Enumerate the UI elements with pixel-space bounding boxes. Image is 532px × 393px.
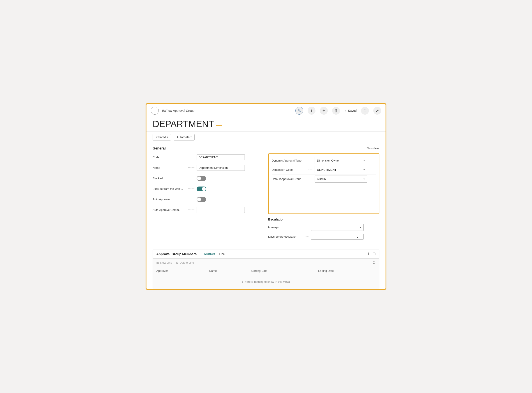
name-row: Name (153, 164, 264, 172)
manager-select[interactable]: ▾ (311, 224, 364, 231)
manager-row: Manager ▾ (268, 223, 379, 232)
days-input[interactable] (311, 234, 364, 240)
dotted-separator (308, 179, 313, 179)
new-line-icon: ⊞ (156, 261, 159, 264)
name-input[interactable] (197, 165, 245, 171)
nav-bar: Related ▾ Automate ▾ (146, 132, 386, 143)
dotted-separator (305, 227, 309, 227)
tab-manage[interactable]: Manage (203, 252, 216, 256)
blocked-label: Blocked (153, 177, 187, 180)
dotted-separator (305, 236, 309, 236)
default-approval-label: Default Approval Group (272, 177, 307, 181)
auto-approve-comm-label: Auto Approve Comm... (153, 208, 187, 211)
code-input[interactable] (197, 154, 245, 160)
share-button[interactable]: ⬆ (308, 107, 316, 115)
name-label: Name (153, 166, 187, 169)
dynamic-approval-label: Dynamic Approval Type (272, 159, 307, 162)
auto-approve-row: Auto Approve (153, 196, 264, 203)
dimension-code-row: Dimension Code DEPARTMENT ▾ (272, 165, 376, 174)
add-button[interactable]: + (320, 107, 328, 115)
delete-line-button[interactable]: ⊠ Delete Line (176, 261, 194, 264)
approval-group-members-section: Approval Group Members Manage Line ⬆ ⬡ ⊞… (153, 249, 379, 289)
manager-label: Manager (268, 226, 303, 229)
title-dash: — (216, 122, 222, 128)
col-starting-date: Starting Date (247, 267, 315, 275)
toggle-knob (197, 177, 201, 180)
related-button[interactable]: Related ▾ (153, 134, 171, 141)
dotted-separator (188, 210, 195, 210)
page-header: DEPARTMENT— (146, 117, 386, 129)
escalation-title: Escalation (268, 217, 379, 221)
chevron-down-icon: ▾ (364, 168, 365, 171)
fullscreen-button[interactable]: ⤢ (373, 107, 381, 115)
escalation-grid: Escalation Manager ▾ Days before escalat… (153, 217, 379, 241)
checkmark-icon: ✓ (344, 109, 347, 113)
open-in-new-button[interactable]: ⬡ (361, 107, 369, 115)
page-title: DEPARTMENT— (153, 119, 379, 129)
dotted-separator (188, 157, 195, 157)
sub-table-header: Approval Group Members Manage Line ⬆ ⬡ (153, 250, 379, 259)
empty-message: (There is nothing to show in this view) (153, 275, 379, 289)
auto-approve-comm-row: Auto Approve Comm... (153, 206, 264, 214)
saved-indicator: ✓ Saved (344, 109, 357, 113)
days-escalation-row: Days before escalation (268, 232, 379, 241)
general-title: General (153, 146, 166, 150)
toggle-knob (197, 197, 201, 201)
dotted-separator (308, 169, 313, 169)
auto-approve-toggle[interactable] (197, 197, 206, 202)
left-spacer (153, 217, 264, 241)
back-button[interactable]: ← (151, 107, 159, 115)
right-column: Dynamic Approval Type Dimension Owner ▾ … (268, 153, 379, 214)
edit-button[interactable]: ✎ (295, 107, 303, 115)
blocked-row: Blocked (153, 174, 264, 182)
share-icon: ⬆ (310, 109, 313, 113)
dotted-separator (188, 178, 195, 178)
escalation-section: Escalation Manager ▾ Days before escalat… (268, 217, 379, 241)
show-less-button[interactable]: Show less (366, 147, 379, 150)
filter-button[interactable]: ⚙ (372, 260, 376, 265)
tab-line[interactable]: Line (218, 252, 226, 256)
divider (200, 252, 200, 256)
chevron-down-icon: ▾ (360, 226, 361, 229)
chevron-down-icon: ▾ (191, 136, 192, 138)
toolbar: ✎ ⬆ + 🗑 ✓ Saved ⬡ ⤢ (295, 107, 381, 115)
dotted-separator (308, 160, 313, 160)
delete-button[interactable]: 🗑 (332, 107, 340, 115)
share-table-button[interactable]: ⬆ (367, 252, 370, 256)
code-label: Code (153, 156, 187, 159)
dynamic-approval-select[interactable]: Dimension Owner ▾ (315, 157, 367, 164)
sub-table-header-icons: ⬆ ⬡ (367, 252, 376, 256)
exclude-toggle[interactable] (197, 187, 206, 191)
auto-approve-label: Auto Approve (153, 198, 187, 201)
default-approval-row: Default Approval Group ADMIN ▾ (272, 174, 376, 184)
dotted-separator (188, 199, 195, 199)
external-link-icon: ⬡ (364, 109, 366, 113)
col-name: Name (206, 267, 247, 275)
default-approval-select[interactable]: ADMIN ▾ (315, 176, 367, 182)
col-ending-date: Ending Date (315, 267, 379, 275)
exclude-row: Exclude from the web'... (153, 185, 264, 193)
new-line-button[interactable]: ⊞ New Line (156, 261, 172, 264)
expand-icon: ⤢ (376, 108, 379, 113)
blocked-toggle[interactable] (197, 176, 206, 181)
left-column: Code Name Blocked (153, 153, 264, 214)
form-grid: Code Name Blocked (153, 153, 379, 214)
delete-line-icon: ⊠ (176, 261, 178, 264)
dynamic-approval-row: Dynamic Approval Type Dimension Owner ▾ (272, 156, 376, 165)
sub-table-actions: ⊞ New Line ⊠ Delete Line ⚙ (153, 259, 379, 267)
exclude-label: Exclude from the web'... (153, 187, 187, 191)
col-approver: Approver (153, 267, 206, 275)
app-title: ExFlow Approval Group (162, 109, 292, 113)
chevron-down-icon: ▾ (167, 136, 168, 138)
open-table-button[interactable]: ⬡ (372, 252, 376, 256)
code-row: Code (153, 153, 264, 161)
automate-button[interactable]: Automate ▾ (174, 134, 195, 141)
chevron-down-icon: ▾ (364, 177, 365, 181)
top-bar: ← ExFlow Approval Group ✎ ⬆ + 🗑 ✓ Saved … (146, 104, 386, 117)
dimension-code-select[interactable]: DEPARTMENT ▾ (315, 166, 367, 173)
main-content: General Show less Code Name (146, 143, 386, 245)
auto-approve-comm-input[interactable] (197, 207, 245, 213)
toggle-knob (202, 187, 206, 191)
sub-table-title: Approval Group Members (156, 252, 197, 256)
trash-icon: 🗑 (334, 108, 338, 113)
